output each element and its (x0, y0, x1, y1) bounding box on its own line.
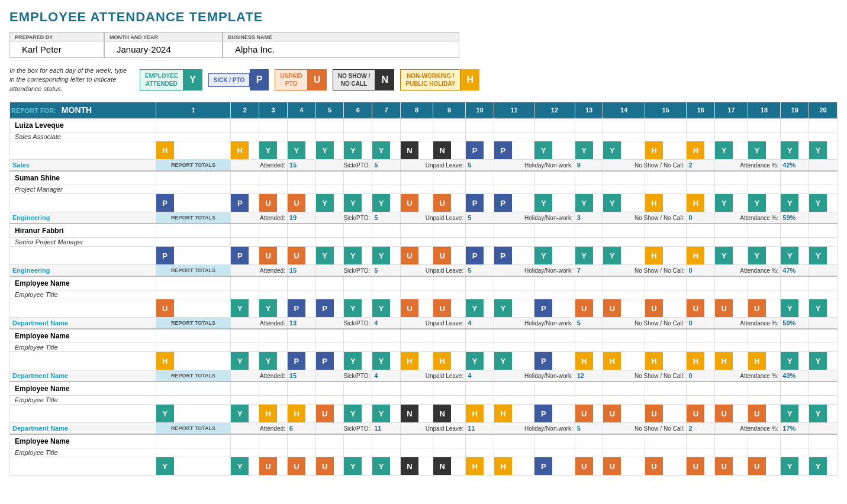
day-cell-17[interactable]: Y (715, 141, 748, 160)
day-cell-15[interactable]: H (645, 194, 687, 212)
day-cell-7[interactable]: Y (372, 247, 401, 265)
day-cell-20[interactable]: Y (809, 457, 838, 476)
day-cell-8[interactable]: U (400, 247, 433, 265)
day-cell-2[interactable]: Y (231, 457, 259, 476)
day-cell-3[interactable]: Y (259, 352, 288, 370)
day-cell-14[interactable]: Y (603, 141, 645, 160)
day-cell-4[interactable]: P (287, 299, 315, 318)
day-cell-17[interactable]: H (715, 352, 748, 370)
day-cell-13[interactable]: H (575, 352, 603, 370)
day-cell-19[interactable]: Y (781, 194, 809, 212)
day-cell-4[interactable]: H (287, 405, 315, 423)
day-cell-20[interactable]: Y (809, 299, 838, 318)
day-cell-10[interactable]: P (466, 247, 494, 265)
day-cell-3[interactable]: Y (259, 299, 288, 318)
day-cell-8[interactable]: U (400, 299, 433, 318)
day-cell-11[interactable]: Y (494, 299, 534, 318)
day-cell-3[interactable]: H (259, 405, 288, 423)
day-cell-1[interactable]: Y (156, 405, 231, 423)
day-cell-13[interactable]: Y (575, 247, 603, 265)
day-cell-17[interactable]: Y (715, 194, 748, 212)
day-cell-16[interactable]: H (687, 247, 715, 265)
day-cell-15[interactable]: U (645, 457, 687, 476)
day-cell-11[interactable]: Y (494, 352, 534, 370)
day-cell-17[interactable]: Y (715, 247, 748, 265)
day-cell-10[interactable]: P (466, 194, 494, 212)
day-cell-10[interactable]: P (466, 141, 494, 160)
day-cell-14[interactable]: H (603, 352, 645, 370)
day-cell-20[interactable]: Y (809, 352, 838, 370)
day-cell-2[interactable]: H (231, 141, 259, 160)
day-cell-7[interactable]: Y (372, 299, 401, 318)
day-cell-18[interactable]: Y (748, 194, 781, 212)
day-cell-15[interactable]: H (645, 141, 687, 160)
day-cell-3[interactable]: U (259, 247, 288, 265)
day-cell-18[interactable]: U (748, 299, 781, 318)
day-cell-4[interactable]: U (287, 194, 315, 212)
day-cell-9[interactable]: N (433, 141, 466, 160)
day-cell-1[interactable]: Y (156, 457, 231, 476)
day-cell-8[interactable]: H (400, 352, 433, 370)
day-cell-6[interactable]: Y (344, 141, 372, 160)
day-cell-18[interactable]: U (748, 457, 781, 476)
day-cell-16[interactable]: H (687, 194, 715, 212)
day-cell-15[interactable]: H (645, 352, 687, 370)
day-cell-9[interactable]: U (433, 299, 466, 318)
day-cell-7[interactable]: Y (372, 352, 401, 370)
day-cell-5[interactable]: U (315, 405, 344, 423)
day-cell-12[interactable]: P (534, 457, 575, 476)
day-cell-4[interactable]: U (287, 247, 315, 265)
day-cell-8[interactable]: N (400, 405, 433, 423)
day-cell-3[interactable]: U (259, 194, 288, 212)
day-cell-1[interactable]: H (156, 141, 231, 160)
day-cell-12[interactable]: P (534, 405, 575, 423)
day-cell-7[interactable]: Y (372, 141, 401, 160)
day-cell-19[interactable]: Y (781, 299, 809, 318)
day-cell-5[interactable]: Y (315, 194, 344, 212)
day-cell-1[interactable]: P (156, 247, 231, 265)
day-cell-6[interactable]: Y (344, 299, 372, 318)
day-cell-5[interactable]: Y (315, 141, 344, 160)
day-cell-6[interactable]: Y (344, 194, 372, 212)
day-cell-15[interactable]: U (645, 299, 687, 318)
day-cell-18[interactable]: U (748, 405, 781, 423)
day-cell-8[interactable]: N (400, 457, 433, 476)
day-cell-10[interactable]: Y (466, 352, 494, 370)
day-cell-15[interactable]: H (645, 247, 687, 265)
day-cell-11[interactable]: P (494, 247, 534, 265)
day-cell-13[interactable]: Y (575, 141, 603, 160)
day-cell-2[interactable]: P (231, 247, 259, 265)
day-cell-2[interactable]: Y (231, 299, 259, 318)
day-cell-15[interactable]: U (645, 405, 687, 423)
day-cell-16[interactable]: H (687, 352, 715, 370)
day-cell-20[interactable]: Y (809, 194, 838, 212)
day-cell-10[interactable]: H (466, 457, 494, 476)
day-cell-6[interactable]: Y (344, 405, 372, 423)
day-cell-17[interactable]: U (715, 457, 748, 476)
day-cell-8[interactable]: N (400, 141, 433, 160)
day-cell-7[interactable]: Y (372, 405, 401, 423)
day-cell-4[interactable]: U (287, 457, 315, 476)
day-cell-4[interactable]: Y (287, 141, 315, 160)
day-cell-19[interactable]: Y (781, 141, 809, 160)
day-cell-12[interactable]: Y (534, 194, 575, 212)
day-cell-5[interactable]: U (315, 457, 344, 476)
day-cell-20[interactable]: Y (809, 247, 838, 265)
day-cell-16[interactable]: H (687, 141, 715, 160)
day-cell-1[interactable]: P (156, 194, 231, 212)
day-cell-7[interactable]: Y (372, 194, 401, 212)
day-cell-9[interactable]: N (433, 457, 466, 476)
day-cell-1[interactable]: U (156, 299, 231, 318)
day-cell-5[interactable]: Y (315, 247, 344, 265)
day-cell-17[interactable]: U (715, 299, 748, 318)
day-cell-9[interactable]: U (433, 194, 466, 212)
day-cell-19[interactable]: Y (781, 457, 809, 476)
day-cell-12[interactable]: P (534, 299, 575, 318)
day-cell-2[interactable]: P (231, 194, 259, 212)
day-cell-18[interactable]: Y (748, 247, 781, 265)
day-cell-14[interactable]: U (603, 299, 645, 318)
day-cell-8[interactable]: U (400, 194, 433, 212)
day-cell-7[interactable]: Y (372, 457, 401, 476)
day-cell-14[interactable]: Y (603, 194, 645, 212)
day-cell-13[interactable]: U (575, 405, 603, 423)
